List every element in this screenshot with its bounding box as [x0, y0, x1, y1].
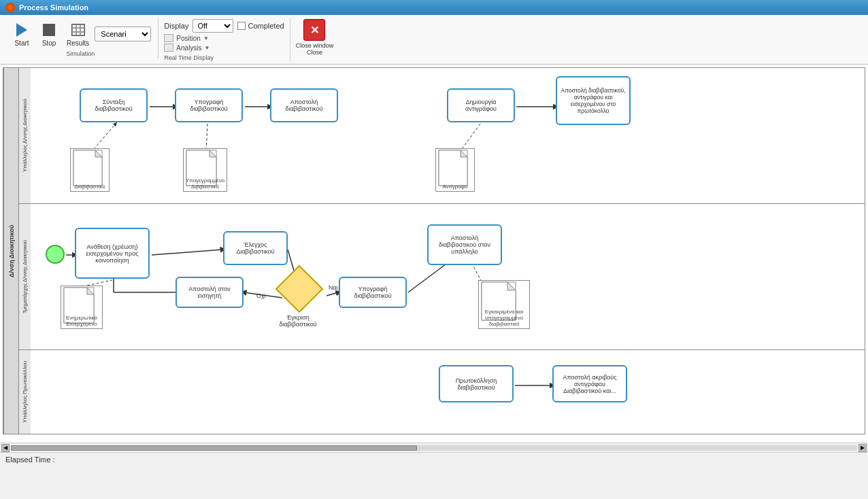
lane-2: Τμηματάρχης Δ/νσης Διοικητικού [18, 204, 865, 350]
scroll-thumb[interactable] [11, 445, 417, 451]
scroll-left-button[interactable]: ◀ [1, 444, 10, 452]
box-ypografi-2[interactable]: Υπογραφή διαβιβαστικού [339, 277, 407, 308]
position-row: Position ▼ [164, 34, 284, 42]
rtd-label: Real Time Display [164, 54, 284, 61]
stop-icon [39, 20, 59, 39]
main-canvas-area: Δ/νση Διοικητικού Υπάλληλος Δ/νσης Διοικ… [0, 65, 868, 452]
app-title: Process Simulation [19, 3, 88, 12]
start-button[interactable]: Start [10, 19, 34, 48]
position-label: Position [176, 35, 201, 42]
display-dropdown[interactable]: Off On [193, 19, 233, 33]
svg-line-16 [152, 250, 223, 255]
box-elegchos[interactable]: Έλεγχος Διαβιβαστικού [223, 231, 288, 265]
outer-lane-label: Δ/νση Διοικητικού [3, 68, 18, 434]
stop-button[interactable]: Stop [37, 19, 61, 48]
close-group: ✕ Close window Close [290, 18, 339, 57]
box-syntaxi[interactable]: Σύνταξη διαβιβαστικού [80, 88, 148, 122]
results-icon [69, 20, 88, 39]
simulation-group: Start Stop Results [5, 18, 158, 58]
start-icon [12, 20, 31, 39]
lane-1-content: Σύνταξη διαβιβαστικού Υπογραφή διαβιβαστ… [31, 68, 865, 203]
canvas-wrapper[interactable]: Δ/νση Διοικητικού Υπάλληλος Δ/νσης Διοικ… [0, 65, 868, 443]
svg-line-23 [87, 280, 112, 286]
scroll-right-button[interactable]: ▶ [858, 444, 867, 452]
label-nai: Ναι [329, 284, 338, 291]
doc-antigrafο: Αντίγραφο [435, 148, 475, 192]
diamond-label: Έγκρισηδιαβιβαστικού [267, 314, 329, 328]
lane-2-label: Τμηματάρχης Δ/νσης Διοικητικού [18, 204, 31, 349]
doc-egkekrimenο: Εγκεκριμένο και υπογεγραμμένο διαβιβαστι… [478, 280, 530, 329]
close-window-button[interactable]: ✕ [303, 19, 325, 41]
start-event [46, 245, 65, 264]
doc-diabibastiko: Διαβιβαστικό [70, 148, 110, 192]
label-ochi: Όχι [256, 292, 266, 299]
completed-label: Completed [248, 22, 284, 30]
display-row: Display Off On Completed [164, 19, 284, 33]
lane-3-content: Πρωτοκόλληση διαβιβαστικού Αποστολή ακρι… [31, 350, 865, 434]
results-label: Results [67, 39, 89, 47]
horizontal-scrollbar[interactable]: ◀ ▶ [0, 443, 868, 452]
simulation-group-label: Simulation [66, 50, 95, 57]
analysis-icon [164, 44, 173, 52]
simulation-buttons: Start Stop Results [10, 19, 151, 48]
stop-label: Stop [42, 39, 56, 47]
box-apostoli-ypallilos[interactable]: Αποστολή διαβιβαστικού στον υπάλληλο [427, 224, 502, 265]
position-option[interactable]: Position ▼ [164, 34, 209, 42]
position-arrow: ▼ [203, 35, 209, 41]
svg-line-18 [327, 292, 339, 296]
position-icon [164, 34, 173, 42]
scroll-track[interactable] [11, 445, 857, 451]
start-label: Start [14, 39, 29, 47]
status-bar: Elapsed Time : [0, 452, 868, 466]
close-window-label: Close window Close [296, 42, 334, 56]
title-bar: Process Simulation [0, 0, 868, 15]
svg-line-5 [461, 124, 480, 151]
box-apostoli-akrivous[interactable]: Αποστολή ακριβούς αντιγράφου Διαβιβαστικ… [552, 365, 627, 402]
doc-enimerotiko: Ενημερωτικό Εισερχόμενο [61, 286, 103, 329]
analysis-label: Analysis [176, 44, 201, 52]
box-anathesi[interactable]: Ανάθεση (χρέωση) εισερχομένου προς κοινο… [75, 228, 150, 279]
box-apostoli[interactable]: Αποστολή διαβιβαστικού [270, 88, 338, 122]
analysis-option[interactable]: Analysis ▼ [164, 44, 210, 52]
lane-3-label: Υπάλληλος Πρωτοκόλλου [18, 350, 31, 434]
analysis-arrow: ▼ [205, 45, 210, 51]
swimlane-container: Δ/νση Διοικητικού Υπάλληλος Δ/νσης Διοικ… [3, 67, 865, 434]
completed-checkbox[interactable] [237, 22, 246, 30]
lane-3: Υπάλληλος Πρωτοκόλλου [18, 350, 865, 434]
diamond-shape [276, 265, 324, 313]
box-protokolisi[interactable]: Πρωτοκόλληση διαβιβαστικού [439, 365, 514, 402]
analysis-row: Analysis ▼ [164, 44, 284, 52]
results-button[interactable]: Results [64, 19, 92, 48]
app-icon [5, 3, 15, 12]
svg-line-4 [206, 124, 207, 151]
completed-checkbox-group: Completed [237, 22, 284, 30]
elapsed-time-label: Elapsed Time : [5, 455, 55, 464]
lane-1-label: Υπάλληλος Δ/νσης Διοικητικού [18, 68, 31, 203]
ribbon: Start Stop Results [0, 15, 868, 65]
doc-ypogrameno: Υπογεγραμμένο Διβιβαστικό [183, 148, 227, 192]
box-ypografi[interactable]: Υπογραφή διαβιβαστικού [175, 88, 243, 122]
box-dimioyrgia[interactable]: Δημιουργία αντιγράφου [447, 88, 515, 122]
lanes-column: Υπάλληλος Δ/νσης Διοικητικού [18, 68, 865, 434]
lane-2-content: Ανάθεση (χρέωση) εισερχομένου προς κοινο… [31, 204, 865, 349]
real-time-display-group: Display Off On Completed Position ▼ Anal… [158, 18, 290, 63]
lane-1: Υπάλληλος Δ/νσης Διοικητικού [18, 68, 865, 204]
box-apostoli-proto[interactable]: Αποστολή διαβιβαστικού, αντιγράφου και ε… [556, 76, 631, 125]
bpmn-diagram: Δ/νση Διοικητικού Υπάλληλος Δ/νσης Διοικ… [0, 65, 868, 443]
scenario-dropdown[interactable]: Scenari Scenario 1 Scenario 2 [95, 27, 151, 41]
display-label: Display [164, 22, 188, 30]
diamond-ekgrisi [282, 272, 316, 306]
box-apostoli-eisigiti[interactable]: Αποστολή στον εισηγητή [176, 277, 244, 308]
